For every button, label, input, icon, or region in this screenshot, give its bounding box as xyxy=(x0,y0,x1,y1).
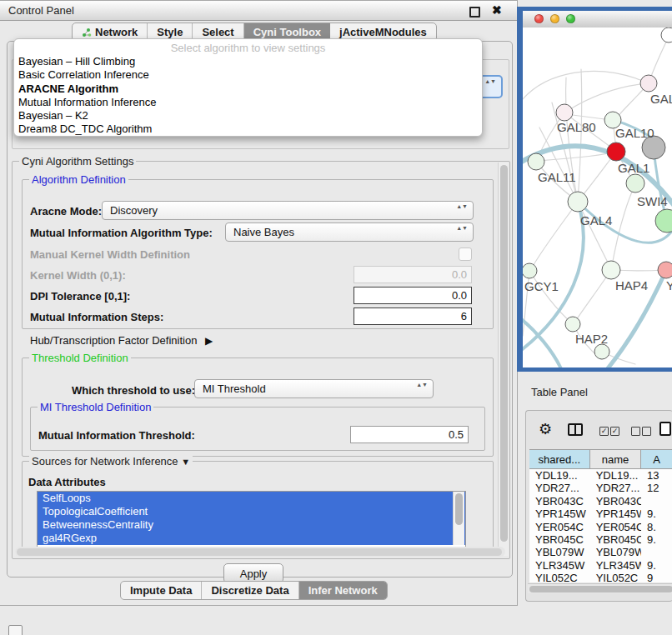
network-node[interactable] xyxy=(607,142,625,161)
table-row[interactable]: YDR27...YDR27...12 xyxy=(529,482,672,494)
mi-steps-field[interactable]: 6 xyxy=(354,308,472,325)
column-header-name[interactable]: name xyxy=(590,450,641,468)
settings-scrollbar-thumb[interactable] xyxy=(500,165,508,542)
network-edge[interactable] xyxy=(523,71,649,104)
close-icon[interactable]: ✖ xyxy=(492,3,502,13)
attributes-scrollbar-thumb[interactable] xyxy=(455,493,463,525)
network-node[interactable] xyxy=(528,153,544,170)
attribute-item[interactable]: TopologicalCoefficient xyxy=(38,505,465,518)
network-node[interactable] xyxy=(594,344,609,359)
mac-minimize-icon[interactable] xyxy=(550,14,559,23)
table-row[interactable]: YBL079WYBL079W xyxy=(529,546,672,558)
network-node[interactable] xyxy=(626,174,644,192)
float-window-icon[interactable] xyxy=(469,7,480,18)
aracne-mode-combobox[interactable]: Discovery ▲▼ xyxy=(102,201,474,220)
collapse-down-icon: ▼ xyxy=(181,457,190,467)
mac-close-icon[interactable] xyxy=(534,14,544,23)
tab-label: Infer Network xyxy=(308,584,378,597)
dpi-tolerance-field[interactable]: 0.0 xyxy=(354,287,472,304)
settings-hscrollbar-thumb[interactable] xyxy=(17,548,502,556)
network-node[interactable] xyxy=(655,209,672,232)
column-header-shared[interactable]: shared... xyxy=(529,450,590,468)
table-body: YDL19...YDL19...13YDR27...YDR27...12YBR0… xyxy=(529,469,672,582)
network-node-label: SWI4 xyxy=(637,194,668,208)
attributes-scrollbar[interactable] xyxy=(453,492,464,545)
table-row[interactable]: YER054CYER054C8. xyxy=(529,521,672,533)
attribute-item[interactable]: SelfLoops xyxy=(38,492,465,505)
attribute-item[interactable]: gal4RGexp xyxy=(38,532,465,545)
table-row[interactable]: YPR145WYPR145W9. xyxy=(529,508,672,520)
data-attributes-list[interactable]: SelfLoopsTopologicalCoefficientBetweenne… xyxy=(37,491,466,548)
network-edge-highlighted[interactable] xyxy=(523,315,563,368)
network-edge[interactable] xyxy=(531,202,578,269)
tab-infer-network[interactable]: Infer Network xyxy=(299,582,387,599)
column-header-a[interactable]: A xyxy=(641,450,672,468)
table-hscrollbar-thumb[interactable] xyxy=(529,586,672,592)
algorithm-placeholder-option[interactable]: Select algorithm to view settings xyxy=(14,41,482,55)
unchecked-checkbox-icon[interactable] xyxy=(642,427,651,436)
network-node[interactable] xyxy=(640,75,657,92)
table-row[interactable]: YBR043CYBR043C xyxy=(529,495,672,508)
mi-threshold-field[interactable]: 0.5 xyxy=(350,426,469,443)
algorithm-option[interactable]: Bayesian – K2 xyxy=(14,109,482,122)
node-table: shared...nameA YDL19...YDL19...13YDR27..… xyxy=(529,449,672,582)
mac-zoom-icon[interactable] xyxy=(566,14,575,23)
sources-group-title[interactable]: Sources for Network Inference ▼ xyxy=(29,455,193,468)
hub-expander[interactable]: Hub/Transcription Factor Definition ▶ xyxy=(30,334,213,347)
control-panel-window: Control Panel ✖ NetworkStyleSelectCyni T… xyxy=(0,0,518,606)
settings-scrollbar[interactable] xyxy=(498,162,509,556)
network-node[interactable] xyxy=(661,28,672,42)
unchecked-checkbox-icon[interactable] xyxy=(631,427,640,436)
combobox-stepper-icon: ▲▼ xyxy=(456,225,468,232)
network-canvas[interactable]: GALGAL80GAL10GAL1GAL11SWI4GAL4GCY1HAP4YH… xyxy=(523,28,672,368)
table-cell: YLR345W xyxy=(590,559,641,572)
network-node[interactable] xyxy=(565,317,580,332)
combobox-stepper-icon: ▲▼ xyxy=(456,203,468,210)
table-cell: YDL19... xyxy=(590,469,641,482)
network-window-titlebar[interactable] xyxy=(523,11,672,28)
network-node[interactable] xyxy=(658,262,672,278)
aracne-mode-value: Discovery xyxy=(110,204,158,217)
network-edge[interactable] xyxy=(574,270,611,322)
network-edge[interactable] xyxy=(611,186,634,270)
network-node-label: GAL4 xyxy=(580,213,612,228)
algorithm-option[interactable]: Bayesian – Hill Climbing xyxy=(14,55,482,68)
network-edge[interactable] xyxy=(578,69,582,202)
table-cell: YBL079W xyxy=(529,546,590,558)
network-node[interactable] xyxy=(523,263,537,278)
checked-checkbox-icon[interactable]: ✓ xyxy=(599,427,609,436)
control-panel-titlebar[interactable]: Control Panel ✖ xyxy=(0,1,517,21)
algorithm-option[interactable]: Basic Correlation Inference xyxy=(14,68,482,82)
algorithm-option[interactable]: Mutual Information Inference xyxy=(14,96,482,109)
network-node[interactable] xyxy=(568,192,588,212)
minimized-panel-icon[interactable] xyxy=(8,625,23,635)
manual-kernel-checkbox[interactable] xyxy=(459,248,472,261)
table-cell: 8. xyxy=(641,521,672,533)
tab-discretize-data[interactable]: Discretize Data xyxy=(202,582,298,599)
table-row[interactable]: YDL19...YDL19...13 xyxy=(529,469,672,482)
algorithm-option[interactable]: ARACNE Algorithm xyxy=(14,82,482,96)
split-columns-icon[interactable] xyxy=(568,423,583,436)
table-row[interactable]: YBR045CYBR045C9. xyxy=(529,533,672,546)
algorithm-definition-title: Algorithm Definition xyxy=(29,173,128,186)
table-row[interactable]: YLR345WYLR345W9. xyxy=(529,559,672,572)
kernel-width-field[interactable]: 0.0 xyxy=(354,266,472,283)
combobox-stepper-icon: ▲▼ xyxy=(484,78,496,85)
tab-label: Network xyxy=(95,26,138,38)
network-graph[interactable]: GALGAL80GAL10GAL1GAL11SWI4GAL4GCY1HAP4YH… xyxy=(523,28,672,368)
attribute-item[interactable]: BetweennessCentrality xyxy=(38,518,465,532)
algorithm-dropdown-popup: Select algorithm to view settings Bayesi… xyxy=(13,38,483,137)
algorithm-option[interactable]: Dream8 DC_TDC Algorithm xyxy=(14,122,482,136)
gear-icon[interactable]: ⚙ xyxy=(539,422,552,437)
network-node[interactable] xyxy=(602,261,620,279)
tab-impute-data[interactable]: Impute Data xyxy=(121,582,202,599)
mi-type-combobox[interactable]: Naive Bayes ▲▼ xyxy=(225,222,474,242)
network-node[interactable] xyxy=(556,104,573,121)
settings-hscrollbar[interactable] xyxy=(15,547,505,557)
table-hscrollbar[interactable] xyxy=(528,583,672,593)
which-threshold-combobox[interactable]: MI Threshold ▲▼ xyxy=(194,379,434,398)
table-row[interactable]: YIL052CYIL052C9 xyxy=(529,572,672,582)
document-icon[interactable] xyxy=(659,422,671,436)
network-icon xyxy=(82,28,92,38)
checked-checkbox-icon[interactable]: ✓ xyxy=(610,427,619,436)
